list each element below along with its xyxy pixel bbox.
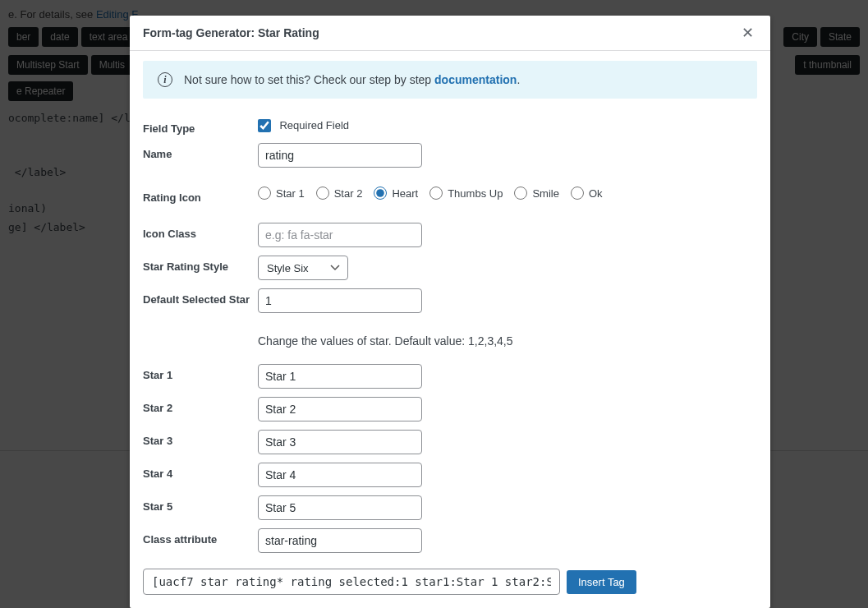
class-attr-row: Class attribute bbox=[143, 524, 757, 557]
default-row: Default Selected Star bbox=[143, 284, 757, 317]
tag-output[interactable] bbox=[143, 569, 560, 595]
name-input[interactable] bbox=[258, 143, 422, 168]
default-label: Default Selected Star bbox=[143, 288, 258, 306]
info-notice: Not sure how to set this? Check our step… bbox=[143, 61, 757, 99]
name-row: Name bbox=[143, 139, 757, 172]
radio-smile[interactable] bbox=[514, 187, 527, 200]
radio-star1[interactable] bbox=[258, 187, 271, 200]
required-checkbox[interactable] bbox=[258, 119, 271, 132]
icon-class-input[interactable] bbox=[258, 223, 422, 247]
star2-input[interactable] bbox=[258, 397, 422, 421]
class-attr-input[interactable] bbox=[258, 528, 422, 553]
star5-input[interactable] bbox=[258, 495, 422, 520]
star4-input[interactable] bbox=[258, 463, 422, 487]
rating-icon-label: Rating Icon bbox=[143, 187, 258, 204]
default-input[interactable] bbox=[258, 288, 422, 313]
star5-label: Star 5 bbox=[143, 495, 258, 513]
notice-text: Not sure how to set this? Check our step… bbox=[184, 73, 520, 86]
close-button[interactable]: ✕ bbox=[738, 24, 757, 42]
star1-row: Star 1 bbox=[143, 360, 757, 393]
help-text: Change the values of star. Default value… bbox=[258, 321, 757, 356]
star1-label: Star 1 bbox=[143, 364, 258, 381]
star3-input[interactable] bbox=[258, 430, 422, 454]
radio-heart[interactable] bbox=[374, 187, 387, 200]
form-tag-modal: Form-tag Generator: Star Rating ✕ Not su… bbox=[130, 16, 770, 608]
star1-input[interactable] bbox=[258, 364, 422, 389]
documentation-link[interactable]: documentation bbox=[434, 73, 517, 86]
style-label: Star Rating Style bbox=[143, 256, 258, 273]
star4-row: Star 4 bbox=[143, 458, 757, 491]
insert-tag-button[interactable]: Insert Tag bbox=[567, 570, 636, 594]
name-label: Name bbox=[143, 143, 258, 160]
rating-icon-row: Rating Icon Star 1 Star 2 Heart Thumbs U… bbox=[143, 172, 757, 208]
modal-title: Form-tag Generator: Star Rating bbox=[143, 26, 319, 39]
star5-row: Star 5 bbox=[143, 491, 757, 524]
required-checkbox-label[interactable]: Required Field bbox=[258, 117, 349, 131]
star3-row: Star 3 bbox=[143, 426, 757, 458]
radio-thumbs[interactable] bbox=[429, 187, 443, 200]
icon-class-label: Icon Class bbox=[143, 223, 258, 240]
info-icon bbox=[158, 72, 172, 87]
style-select[interactable]: Style Six bbox=[258, 256, 348, 280]
modal-footer: Insert Tag bbox=[130, 559, 770, 608]
star3-label: Star 3 bbox=[143, 430, 258, 447]
field-type-label: Field Type bbox=[143, 117, 258, 135]
modal-header: Form-tag Generator: Star Rating ✕ bbox=[130, 16, 770, 51]
class-attr-label: Class attribute bbox=[143, 528, 258, 546]
modal-body[interactable]: Not sure how to set this? Check our step… bbox=[130, 51, 770, 559]
icon-class-row: Icon Class bbox=[143, 208, 757, 251]
star4-label: Star 4 bbox=[143, 463, 258, 480]
radio-star2[interactable] bbox=[316, 187, 329, 200]
help-row: Change the values of star. Default value… bbox=[143, 317, 757, 360]
field-type-row: Field Type Required Field bbox=[143, 113, 757, 139]
radio-ok[interactable] bbox=[571, 187, 584, 200]
star2-row: Star 2 bbox=[143, 393, 757, 426]
star2-label: Star 2 bbox=[143, 397, 258, 414]
style-row: Star Rating Style Style Six bbox=[143, 251, 757, 284]
